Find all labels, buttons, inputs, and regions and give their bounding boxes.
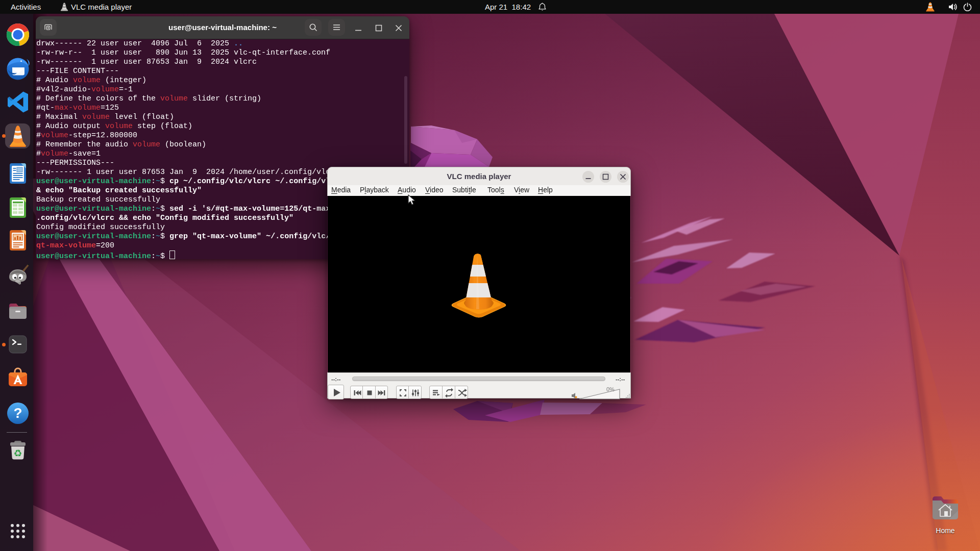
svg-text:♻: ♻ <box>13 448 22 459</box>
svg-text:?: ? <box>13 405 22 421</box>
